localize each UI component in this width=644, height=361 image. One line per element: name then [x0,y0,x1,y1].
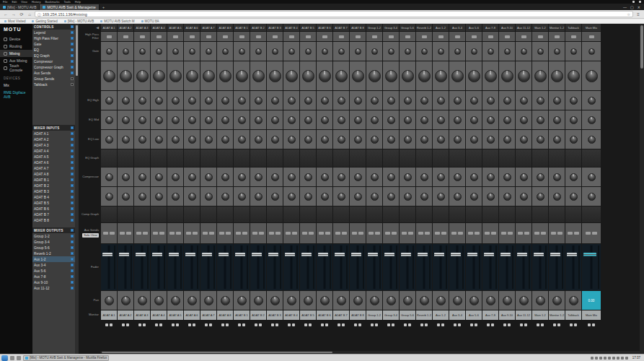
visibility-checkbox[interactable] [71,213,74,216]
pan-knob[interactable] [154,296,164,305]
channel-link-icon[interactable] [387,323,390,326]
gate-threshold-knob[interactable] [186,70,198,82]
hpf-toggle-button[interactable] [156,35,162,38]
gate-knob[interactable] [156,48,162,55]
comp-ratio-knob[interactable] [354,193,362,201]
control-row[interactable]: Talkback [32,82,75,87]
channel-config-icon[interactable] [259,323,262,326]
eq-low-knob[interactable] [503,136,511,144]
mixer-input-row[interactable]: ADAT B 5 [32,200,75,206]
gate-threshold-knob[interactable] [451,70,464,82]
menu-item-history[interactable]: History [32,0,40,4]
compressor-graph[interactable] [317,206,332,222]
gate-threshold-knob[interactable] [352,70,364,82]
channel-config-icon[interactable] [458,323,461,326]
gate-threshold-knob[interactable] [219,70,231,82]
controls-gear-icon[interactable] [71,25,74,28]
eq-graph[interactable] [217,149,233,167]
gate-knob[interactable] [288,48,295,55]
comp-threshold-knob[interactable] [454,173,462,181]
fader-handle[interactable] [301,253,312,256]
comp-threshold-knob[interactable] [304,173,312,181]
hpf-toggle-button[interactable] [405,35,410,38]
eq-graph[interactable] [400,149,415,167]
eq-low-knob[interactable] [570,136,578,144]
channel-link-icon[interactable] [321,323,324,326]
eq-graph[interactable] [101,149,117,167]
pan-knob[interactable] [188,296,197,305]
gate-knob[interactable] [554,48,560,55]
fader-handle[interactable] [235,253,245,256]
channel-link-icon[interactable] [420,323,423,326]
comp-threshold-knob[interactable] [570,173,578,181]
fader-handle[interactable] [517,253,527,256]
channel-link-icon[interactable] [487,323,490,326]
eq-graph[interactable] [532,149,548,167]
launcher-icon[interactable] [10,356,14,360]
eq-low-knob[interactable] [420,136,428,144]
fader-handle[interactable] [318,253,328,256]
compressor-graph[interactable] [200,206,216,222]
solo-button[interactable] [458,232,463,235]
sidebar-item-routing[interactable]: Routing [0,43,32,50]
mixer-input-row[interactable]: ADAT B 8 [32,217,75,223]
visibility-checkbox[interactable] [71,196,74,199]
channel-link-icon[interactable] [588,323,591,326]
fader-handle[interactable] [351,253,361,256]
eq-high-knob[interactable] [487,97,495,105]
gate-knob[interactable] [471,48,477,55]
channel-link-icon[interactable] [221,323,224,326]
control-row[interactable]: High Pass Filter [32,35,75,41]
comp-ratio-knob[interactable] [387,193,395,201]
eq-high-knob[interactable] [304,97,312,105]
mute-button[interactable] [402,232,407,235]
sidebar-item-touch-console[interactable]: Touch Console [0,64,32,71]
eq-high-knob[interactable] [588,97,596,105]
gate-threshold-knob[interactable] [169,70,182,82]
channel-link-icon[interactable] [304,323,307,326]
gate-knob[interactable] [421,48,428,55]
eq-low-knob[interactable] [371,136,379,144]
channel-link-icon[interactable] [553,323,556,326]
pan-knob[interactable] [254,296,263,305]
gate-knob[interactable] [123,48,129,55]
channel-link-icon[interactable] [470,323,473,326]
channel-link-icon[interactable] [271,323,274,326]
mixer-horizontal-scrollbar[interactable] [100,351,640,354]
pan-knob[interactable] [304,296,313,305]
launcher-icon[interactable] [17,356,21,360]
visibility-checkbox[interactable] [71,161,74,164]
channel-config-icon[interactable] [275,323,278,326]
fader-handle[interactable] [418,253,428,256]
channel-name-label[interactable]: ADAT A 1 [101,310,117,320]
eq-low-knob[interactable] [288,136,296,144]
eq-high-knob[interactable] [537,97,544,105]
gate-knob[interactable] [139,48,146,55]
eq-high-knob[interactable] [205,97,213,105]
comp-threshold-knob[interactable] [404,173,412,181]
comp-ratio-knob[interactable] [321,193,329,201]
visibility-checkbox[interactable] [71,240,74,243]
eq-high-knob[interactable] [520,97,528,105]
gate-knob[interactable] [206,48,212,55]
eq-high-knob[interactable] [138,97,146,105]
eq-high-knob[interactable] [221,97,229,105]
device-item-rme-digiface-avb[interactable]: RME Digiface AVB [0,89,32,100]
bookmark-item[interactable]: MOTU AVB Switch M [100,19,134,23]
mixer-output-row[interactable]: Aux 11-12 [32,285,75,291]
inputs-select-all-checkbox[interactable] [71,126,74,129]
control-row[interactable]: Compressor [32,58,75,64]
eq-mid-knob[interactable] [188,116,196,124]
eq-mid-knob[interactable] [520,116,528,124]
channel-config-icon[interactable] [209,323,212,326]
gate-knob[interactable] [322,48,328,55]
mixer-output-row[interactable]: Group 5-6 [32,245,75,251]
solo-button[interactable] [491,232,496,235]
comp-ratio-knob[interactable] [122,193,130,201]
taskbar-window-button[interactable]: [Mix] - MOTU AVB Swit & Manageme - Mozil… [23,355,109,361]
control-row[interactable]: Gate [32,41,75,47]
mute-button[interactable] [169,232,175,235]
compressor-graph[interactable] [234,206,250,222]
fader-handle[interactable] [583,253,596,256]
channel-config-icon[interactable] [358,323,361,326]
